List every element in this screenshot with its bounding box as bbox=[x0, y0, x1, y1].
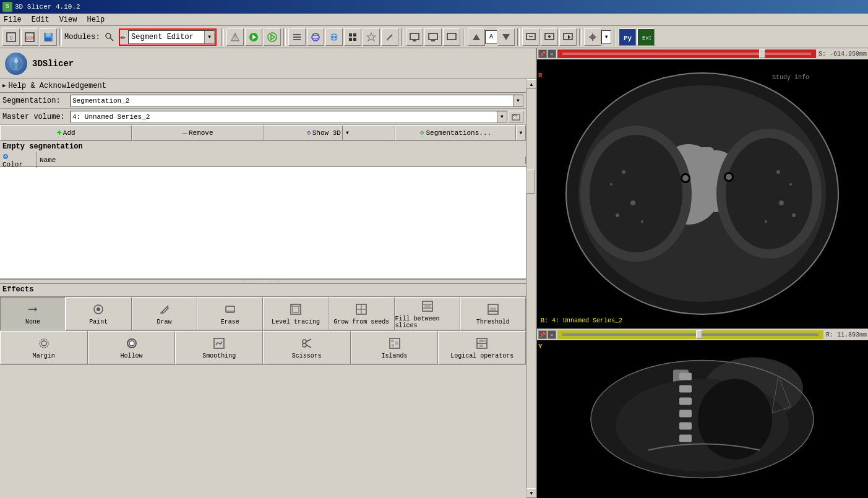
effect-scissors-button[interactable]: Scissors bbox=[263, 331, 351, 364]
scroll-thumb[interactable] bbox=[526, 169, 535, 194]
list-button[interactable] bbox=[288, 28, 306, 46]
grid-button[interactable] bbox=[344, 28, 361, 46]
svg-text:Py: Py bbox=[624, 35, 632, 42]
bottom-viewer-close-button[interactable]: ✕ bbox=[548, 330, 556, 339]
menu-help[interactable]: Help bbox=[85, 15, 106, 24]
effect-grow-seeds-button[interactable]: Grow from seeds bbox=[329, 297, 394, 330]
effect-threshold-button[interactable]: Threshold bbox=[460, 297, 526, 330]
master-volume-dropdown[interactable]: 4: Unnamed Series_2 ▼ bbox=[71, 111, 507, 123]
svg-line-56 bbox=[167, 306, 168, 307]
top-viewer-close-button[interactable]: ✕ bbox=[548, 49, 556, 58]
bottom-viewer-slider[interactable] bbox=[557, 330, 823, 339]
effect-paint-button[interactable]: Paint bbox=[66, 297, 131, 330]
svg-marker-53 bbox=[35, 307, 37, 312]
scroll-up-button[interactable]: ▲ bbox=[526, 79, 536, 89]
svg-point-107 bbox=[616, 213, 619, 217]
pen-tool-button[interactable] bbox=[381, 28, 398, 46]
effect-islands-button[interactable]: Islands bbox=[351, 331, 439, 364]
toolbar-separator7 bbox=[579, 28, 582, 46]
back-button[interactable] bbox=[245, 28, 262, 46]
nav-arrow-left[interactable] bbox=[226, 28, 244, 46]
master-volume-dropdown-arrow[interactable]: ▼ bbox=[497, 111, 507, 122]
search-icon[interactable] bbox=[104, 32, 115, 43]
show-3d-button[interactable]: ⊙ Show 3D ▼ bbox=[264, 125, 395, 140]
monitor2-button[interactable] bbox=[424, 28, 442, 46]
effect-draw-button[interactable]: Draw bbox=[132, 297, 197, 330]
drag-handle[interactable]: · · · · · bbox=[0, 279, 526, 284]
svg-point-104 bbox=[622, 170, 625, 174]
nav-down-button[interactable] bbox=[497, 28, 515, 46]
svg-rect-25 bbox=[349, 38, 352, 41]
top-viewer-controls: 📌 ✕ S: -614.950mm bbox=[537, 48, 868, 59]
svg-rect-24 bbox=[353, 33, 356, 36]
remove-segment-button[interactable]: — Remove bbox=[132, 125, 264, 140]
remove-icon: — bbox=[182, 128, 187, 138]
add-label: Add bbox=[63, 129, 75, 137]
segmentation-dropdown-arrow[interactable]: ▼ bbox=[513, 95, 523, 106]
bottom-slider-thumb[interactable] bbox=[696, 330, 702, 339]
ct-scan-svg: Study info bbox=[537, 59, 868, 328]
svg-rect-69 bbox=[424, 305, 431, 307]
top-slider-thumb[interactable] bbox=[759, 49, 765, 58]
effect-none-button[interactable]: None bbox=[0, 297, 66, 330]
help-section[interactable]: ▶ Help & Acknowledgement bbox=[0, 79, 526, 93]
svg-rect-33 bbox=[429, 33, 437, 40]
svg-point-74 bbox=[41, 341, 46, 346]
settings-button[interactable] bbox=[522, 28, 539, 46]
globe-button[interactable] bbox=[325, 28, 343, 46]
ext-button[interactable]: Ext bbox=[637, 28, 655, 46]
python-button[interactable]: Py bbox=[619, 28, 636, 46]
save-button[interactable] bbox=[40, 28, 57, 46]
effect-hollow-button[interactable]: Hollow bbox=[88, 331, 176, 364]
svg-marker-14 bbox=[271, 35, 275, 40]
monitor-button[interactable] bbox=[406, 28, 423, 46]
dcm-button[interactable]: DCM bbox=[21, 28, 38, 46]
nav-up-button[interactable] bbox=[468, 28, 485, 46]
config-button[interactable] bbox=[541, 28, 558, 46]
segmentation-dropdown[interactable]: Segmentation_2 ▼ bbox=[71, 95, 523, 107]
master-volume-label: Master volume: bbox=[2, 113, 71, 121]
export-button[interactable] bbox=[559, 28, 577, 46]
top-viewer-pin-button[interactable]: 📌 bbox=[538, 49, 547, 58]
vertical-scrollbar[interactable]: ▲ ▼ bbox=[526, 79, 536, 498]
color-column-header: Color bbox=[0, 152, 37, 168]
effect-logical-ops-button[interactable]: ANDOR Logical operators bbox=[438, 331, 526, 364]
bottom-slider-track bbox=[562, 333, 819, 336]
scroll-down-button[interactable]: ▼ bbox=[526, 488, 536, 498]
nav-value[interactable]: A bbox=[485, 30, 497, 44]
show3d-arrow[interactable]: ▼ bbox=[342, 126, 352, 140]
menu-edit[interactable]: Edit bbox=[30, 15, 51, 24]
panel-inner: ▶ Help & Acknowledgement Segmentation: S… bbox=[0, 79, 526, 498]
top-viewer-orientation: R bbox=[538, 72, 543, 79]
forward-button[interactable] bbox=[264, 28, 281, 46]
module-dropdown[interactable]: Segment Editor ▼ bbox=[128, 30, 215, 44]
data-button[interactable]: D bbox=[2, 28, 20, 46]
monitor3-button[interactable] bbox=[443, 28, 460, 46]
effect-erase-button[interactable]: Erase bbox=[197, 297, 263, 330]
effect-smoothing-button[interactable]: Smoothing bbox=[175, 331, 263, 364]
hollow-label: Hollow bbox=[121, 353, 143, 359]
effect-fill-slices-button[interactable]: Fill between slices bbox=[395, 297, 460, 330]
star-button[interactable] bbox=[363, 28, 380, 46]
compass-button[interactable] bbox=[584, 28, 601, 46]
add-segment-button[interactable]: + Add bbox=[0, 125, 132, 140]
top-viewer-image: R bbox=[537, 59, 868, 328]
effect-level-tracing-button[interactable]: Level tracing bbox=[263, 297, 329, 330]
menu-bar: File Edit View Help bbox=[0, 14, 868, 26]
compass-dropdown[interactable]: ▼ bbox=[601, 30, 611, 44]
menu-view[interactable]: View bbox=[58, 15, 79, 24]
3d-sphere-button[interactable] bbox=[307, 28, 324, 46]
segmentations-arrow[interactable]: ▼ bbox=[516, 125, 526, 140]
menu-file[interactable]: File bbox=[2, 15, 23, 24]
segmentations-button[interactable]: ⊙ Segmentations... bbox=[395, 125, 516, 140]
svg-point-79 bbox=[303, 343, 306, 347]
svg-rect-26 bbox=[353, 38, 356, 41]
seg-table: Color Name bbox=[0, 153, 526, 279]
effect-margin-button[interactable]: Margin bbox=[0, 331, 88, 364]
top-viewer-slider[interactable] bbox=[557, 49, 816, 58]
svg-marker-37 bbox=[502, 34, 510, 40]
module-dropdown-arrow[interactable]: ▼ bbox=[204, 31, 214, 43]
bottom-viewer-pin-button[interactable]: 📌 bbox=[538, 330, 547, 339]
master-volume-browse-button[interactable] bbox=[509, 111, 523, 123]
help-label: Help & Acknowledgement bbox=[8, 82, 106, 90]
